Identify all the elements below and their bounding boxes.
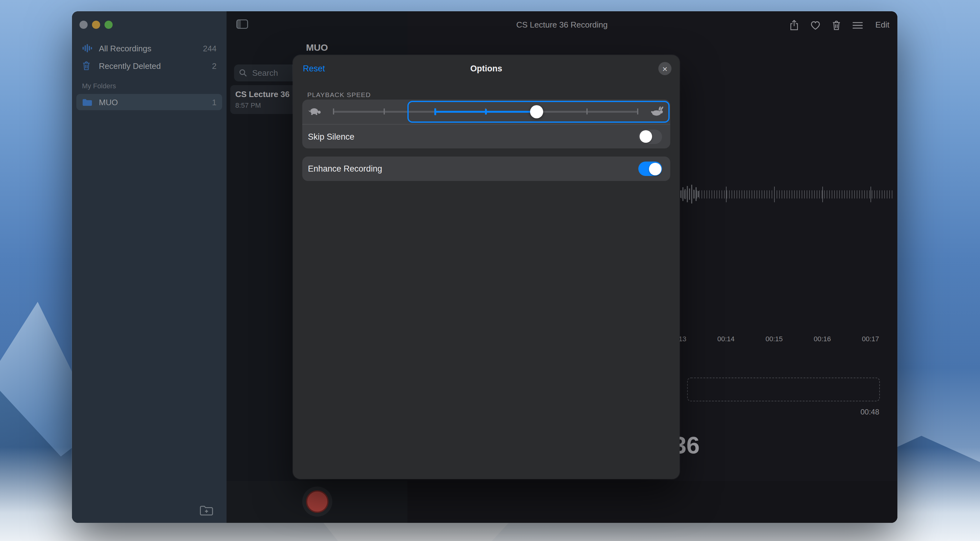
toggle-knob xyxy=(639,130,652,143)
skip-silence-toggle[interactable] xyxy=(638,129,662,144)
enhance-recording-row: Enhance Recording xyxy=(302,156,670,181)
close-window-button[interactable] xyxy=(80,21,88,29)
duration-label: 00:48 xyxy=(861,408,879,417)
sidebar-toggle-icon[interactable] xyxy=(236,19,248,31)
desktop: All Recordings 244 Recently Deleted 2 My… xyxy=(0,0,980,541)
playback-settings-card: Skip Silence xyxy=(302,100,670,148)
sidebar-section-label: My Folders xyxy=(82,82,116,89)
timeline-label: 00:14 xyxy=(710,335,741,343)
toggle-knob xyxy=(649,163,661,175)
sidebar-item-label: MUO xyxy=(99,97,212,107)
options-icon[interactable] xyxy=(852,19,863,31)
skip-silence-label: Skip Silence xyxy=(308,132,638,141)
timeline-label: 00:16 xyxy=(807,335,838,343)
new-folder-button[interactable] xyxy=(200,505,213,519)
delete-icon[interactable] xyxy=(832,19,841,31)
sidebar-item-label: Recently Deleted xyxy=(99,61,212,70)
skip-silence-row: Skip Silence xyxy=(302,124,670,148)
detail-title: CS Lecture 36 Recording xyxy=(407,20,716,29)
close-dialog-button[interactable]: × xyxy=(658,62,671,75)
zoom-window-button[interactable] xyxy=(105,21,113,29)
sidebar: All Recordings 244 Recently Deleted 2 My… xyxy=(72,11,226,523)
sidebar-item-count: 2 xyxy=(212,61,216,70)
window-controls xyxy=(80,21,113,29)
overview-scrubber[interactable] xyxy=(687,378,880,401)
slider-active-tick xyxy=(485,109,487,115)
sidebar-item-label: All Recordings xyxy=(99,43,203,53)
turtle-icon xyxy=(308,107,323,119)
playback-bar xyxy=(407,481,897,523)
timeline-label: 00:17 xyxy=(855,335,886,343)
slider-tick xyxy=(383,109,385,115)
options-dialog: Reset Options × PLAYBACK SPEED xyxy=(293,55,679,479)
sidebar-item-all-recordings[interactable]: All Recordings 244 xyxy=(76,40,222,56)
share-icon[interactable] xyxy=(789,19,799,31)
slider-tick xyxy=(333,109,334,115)
minimize-window-button[interactable] xyxy=(92,21,100,29)
playback-speed-label: PLAYBACK SPEED xyxy=(307,91,371,98)
dialog-title: Options xyxy=(293,64,679,73)
waveform-icon xyxy=(82,44,93,53)
sidebar-item-muo-folder[interactable]: MUO 1 xyxy=(76,94,222,110)
search-icon xyxy=(239,69,247,77)
edit-button[interactable]: Edit xyxy=(873,20,892,29)
waveform-amplitude xyxy=(680,184,699,207)
rabbit-icon xyxy=(650,106,665,119)
record-bar xyxy=(226,481,407,523)
trash-icon xyxy=(82,61,93,71)
slider-active-tick xyxy=(434,108,436,115)
record-button-dot xyxy=(306,490,328,513)
sidebar-item-recently-deleted[interactable]: Recently Deleted 2 xyxy=(76,57,222,74)
favorite-icon[interactable] xyxy=(810,19,821,31)
folder-icon xyxy=(82,98,93,106)
sidebar-item-count: 1 xyxy=(212,97,216,107)
list-header: MUO xyxy=(226,42,407,53)
record-button[interactable] xyxy=(302,487,332,517)
slider-knob[interactable] xyxy=(530,105,543,118)
playback-speed-slider[interactable] xyxy=(302,100,670,124)
enhance-recording-toggle[interactable] xyxy=(638,161,662,176)
enhance-recording-label: Enhance Recording xyxy=(308,164,638,174)
sidebar-item-count: 244 xyxy=(203,43,216,53)
timeline-label: 00:15 xyxy=(759,335,790,343)
